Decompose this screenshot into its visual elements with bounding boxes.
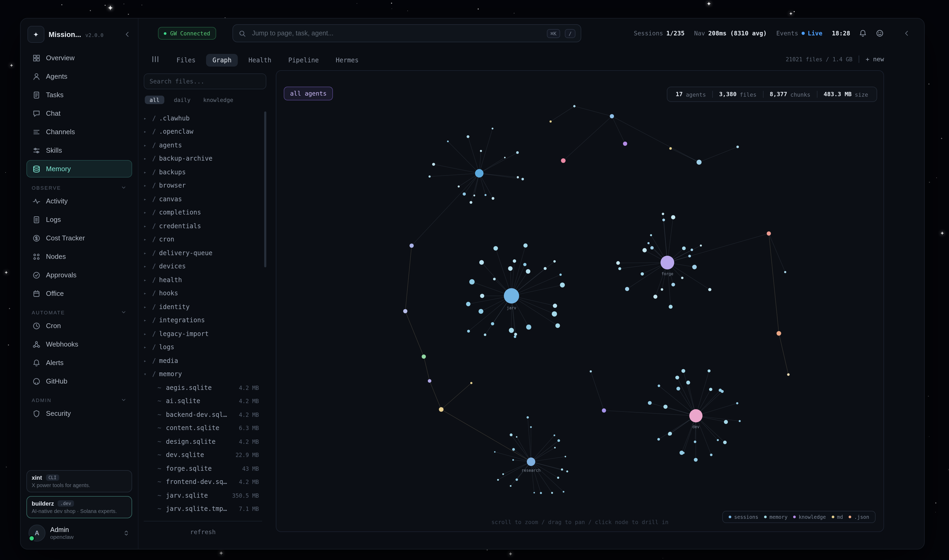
graph-node[interactable]	[767, 231, 771, 235]
agents-filter-chip[interactable]: all agents	[284, 87, 333, 100]
graph-satellite-node[interactable]	[493, 278, 496, 280]
tree-file-content-sqlite[interactable]: ~content.sqlite6.3 MB	[144, 421, 262, 435]
graph-satellite-node[interactable]	[552, 311, 557, 317]
graph-satellite-node[interactable]	[509, 328, 514, 333]
graph-node[interactable]	[602, 408, 606, 412]
graph-satellite-node[interactable]	[681, 369, 685, 373]
sidebar-item-agents[interactable]: Agents	[26, 68, 132, 85]
legend-sessions[interactable]: sessions	[729, 514, 758, 520]
graph-node[interactable]	[549, 120, 552, 123]
graph-satellite-node[interactable]	[686, 381, 690, 385]
graph-satellite-node[interactable]	[447, 140, 449, 142]
tree-dir-legacy-import[interactable]: ▸/legacy-import	[144, 327, 262, 340]
sidebar-item-office[interactable]: Office	[26, 285, 132, 302]
graph-satellite-node[interactable]	[564, 456, 566, 457]
section-header-admin[interactable]: ADMIN	[32, 397, 127, 403]
graph-hub-tl[interactable]	[475, 169, 483, 177]
graph-satellite-node[interactable]	[551, 492, 553, 494]
graph-satellite-node[interactable]	[526, 416, 529, 419]
graph-satellite-node[interactable]	[480, 294, 484, 298]
graph-satellite-node[interactable]	[658, 385, 660, 387]
graph-satellite-node[interactable]	[618, 267, 621, 270]
tree-dir-health[interactable]: ▸/health	[144, 273, 262, 287]
graph-satellite-node[interactable]	[553, 304, 557, 308]
graph-satellite-node[interactable]	[521, 178, 524, 180]
sidebar-item-security[interactable]: Security	[26, 405, 132, 422]
graph-node[interactable]	[470, 382, 472, 384]
sidebar-item-nodes[interactable]: Nodes	[26, 248, 132, 265]
tree-file-frontend-dev-sq[interactable]: ~frontend-dev.sq…4.2 MB	[144, 475, 262, 489]
graph-satellite-node[interactable]	[478, 309, 483, 314]
graph-satellite-node[interactable]	[526, 269, 530, 274]
sidebar-item-github[interactable]: GitHub	[26, 372, 132, 390]
graph-satellite-node[interactable]	[510, 485, 512, 486]
graph-satellite-node[interactable]	[474, 195, 475, 197]
graph-satellite-node[interactable]	[717, 439, 719, 441]
file-search-input[interactable]	[144, 74, 266, 89]
bell-icon[interactable]	[859, 29, 867, 37]
graph-satellite-node[interactable]	[516, 436, 518, 438]
tree-dir-backup-archive[interactable]: ▸/backup-archive	[144, 152, 262, 165]
graph-satellite-node[interactable]	[513, 259, 516, 263]
tree-dir-delivery-queue[interactable]: ▸/delivery-queue	[144, 246, 262, 260]
graph-satellite-node[interactable]	[694, 441, 697, 443]
smiley-icon[interactable]	[875, 29, 884, 37]
graph-satellite-node[interactable]	[555, 323, 560, 328]
tree-file-aegis-sqlite[interactable]: ~aegis.sqlite4.2 MB	[144, 381, 262, 394]
graph-satellite-node[interactable]	[494, 246, 498, 251]
graph-satellite-node[interactable]	[688, 255, 691, 257]
legend-knowledge[interactable]: knowledge	[794, 514, 826, 520]
graph-node[interactable]	[777, 331, 781, 336]
graph-satellite-node[interactable]	[669, 305, 673, 309]
graph-satellite-node[interactable]	[692, 265, 697, 269]
graph-satellite-node[interactable]	[650, 246, 654, 250]
graph-satellite-node[interactable]	[721, 390, 724, 393]
sidebar-item-approvals[interactable]: Approvals	[26, 266, 132, 284]
graph-satellite-node[interactable]	[709, 388, 712, 391]
user-menu[interactable]: A Admin openclaw	[26, 522, 132, 542]
graph-node[interactable]	[421, 354, 426, 359]
graph-satellite-node[interactable]	[708, 288, 712, 291]
graph-satellite-node[interactable]	[553, 260, 555, 263]
graph-satellite-node[interactable]	[510, 434, 512, 436]
graph-satellite-node[interactable]	[557, 477, 559, 478]
graph-satellite-node[interactable]	[663, 405, 668, 409]
graph-node[interactable]	[623, 142, 627, 146]
tree-dir-canvas[interactable]: ▸/canvas	[144, 192, 262, 206]
graph-satellite-node[interactable]	[557, 439, 560, 442]
card-builderz[interactable]: builderz.devAI-native dev shop · Solana …	[26, 496, 132, 518]
sidebar-item-channels[interactable]: Channels	[26, 123, 132, 140]
graph-satellite-node[interactable]	[680, 451, 684, 455]
tree-dir-hooks[interactable]: ▸/hooks	[144, 287, 262, 300]
graph-node[interactable]	[784, 271, 786, 273]
graph-satellite-node[interactable]	[523, 243, 528, 248]
graph-satellite-node[interactable]	[467, 330, 470, 332]
graph-hub-forge[interactable]	[660, 256, 674, 269]
tree-dir-cron[interactable]: ▸/cron	[144, 233, 262, 246]
graph-satellite-node[interactable]	[534, 492, 535, 494]
graph-satellite-node[interactable]	[662, 213, 664, 215]
graph-satellite-node[interactable]	[560, 282, 565, 288]
graph-node[interactable]	[736, 146, 739, 148]
graph-satellite-node[interactable]	[723, 441, 727, 444]
graph-node[interactable]	[610, 114, 614, 118]
graph-satellite-node[interactable]	[497, 479, 499, 481]
graph-satellite-node[interactable]	[515, 478, 518, 481]
legend-memory[interactable]: memory	[764, 514, 788, 520]
graph-satellite-node[interactable]	[504, 157, 506, 158]
graph-satellite-node[interactable]	[616, 261, 620, 265]
tab-hermes[interactable]: Hermes	[329, 54, 365, 66]
tab-graph[interactable]: Graph	[206, 54, 238, 66]
section-header-automate[interactable]: AUTOMATE	[32, 309, 127, 315]
graph-satellite-node[interactable]	[502, 473, 504, 475]
graph-satellite-node[interactable]	[559, 273, 562, 276]
graph-satellite-node[interactable]	[563, 491, 564, 492]
tree-dir-memory[interactable]: ▾/memory	[144, 368, 262, 381]
graph-hub-jarv[interactable]	[504, 288, 519, 303]
graph-node[interactable]	[409, 243, 414, 248]
graph-satellite-node[interactable]	[566, 471, 568, 472]
section-header-observe[interactable]: OBSERVE	[32, 185, 127, 191]
graph-satellite-node[interactable]	[654, 295, 657, 299]
tree-file-dev-sqlite[interactable]: ~dev.sqlite22.9 MB	[144, 448, 262, 462]
tree-dir-credentials[interactable]: ▸/credentials	[144, 219, 262, 233]
